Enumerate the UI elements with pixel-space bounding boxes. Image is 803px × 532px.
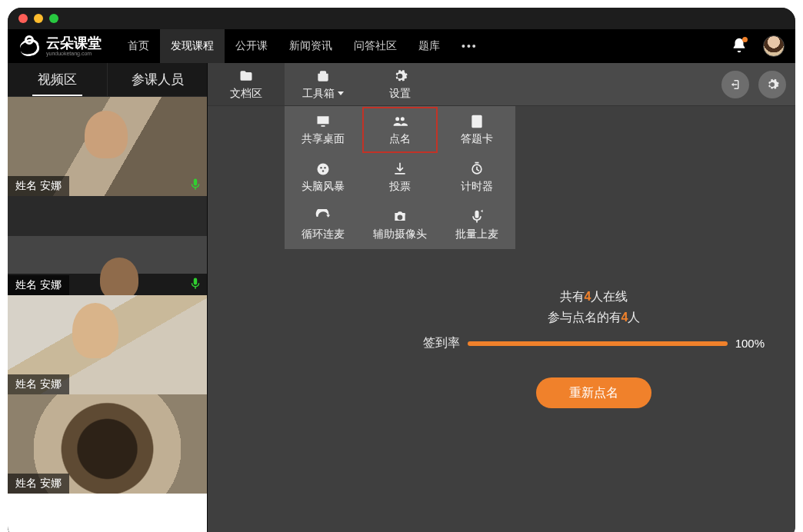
- tab-documents[interactable]: 文档区: [208, 63, 285, 105]
- video-name-label: 姓名 安娜: [8, 474, 69, 494]
- brand-logo-mark: [18, 36, 42, 56]
- video-cell[interactable]: 姓名 安娜: [8, 295, 207, 394]
- nav-item-public[interactable]: 公开课: [225, 29, 278, 63]
- nav-item-bank[interactable]: 题库: [408, 29, 451, 63]
- batch-mic-icon: [468, 209, 485, 224]
- top-nav: 云朵课堂 yunduoketang.com 首页 发现课程 公开课 新闻资讯 问…: [8, 29, 795, 63]
- tab-settings[interactable]: 设置: [362, 63, 438, 105]
- video-name-label: 姓名 安娜: [8, 374, 69, 394]
- window-maximize-button[interactable]: [49, 14, 58, 23]
- brand-sub: yunduoketang.com: [46, 51, 102, 56]
- mic-icon: [188, 178, 202, 191]
- video-name-label: 姓名 安娜: [8, 275, 69, 295]
- window-titlebar: [8, 8, 795, 29]
- signin-rate-bar: [468, 341, 728, 346]
- nav-item-discover[interactable]: 发现课程: [160, 29, 225, 63]
- main-tabs: 文档区 工具箱 设置: [208, 63, 795, 106]
- brand-logo[interactable]: 云朵课堂 yunduoketang.com: [18, 36, 102, 56]
- video-cell[interactable]: 姓名 安娜: [8, 97, 207, 196]
- video-cell[interactable]: 姓名 安娜: [8, 394, 207, 494]
- toolbox-dropdown: 共享桌面 点名 答题卡 头脑风暴 投票: [285, 106, 515, 249]
- tool-aux-camera[interactable]: 辅助摄像头: [362, 201, 438, 249]
- toolbox-icon: [315, 68, 332, 84]
- sidebar-tabs: 视频区 参课人员: [8, 63, 207, 97]
- signin-rate-row: 签到率 100%: [423, 335, 765, 351]
- tab-toolbox-label: 工具箱: [302, 87, 335, 101]
- brainstorm-icon: [315, 161, 332, 177]
- svg-point-3: [322, 170, 325, 172]
- gear-icon: [765, 78, 779, 91]
- brand-name: 云朵课堂: [46, 36, 102, 50]
- notifications-button[interactable]: [731, 37, 749, 55]
- tool-vote[interactable]: 投票: [362, 154, 438, 201]
- exit-button[interactable]: [721, 71, 749, 98]
- tab-toolbox[interactable]: 工具箱: [285, 63, 362, 105]
- rollcall-line: 参与点名的有4人: [423, 310, 765, 326]
- share-desktop-icon: [315, 114, 332, 129]
- redo-rollcall-button[interactable]: 重新点名: [536, 377, 651, 408]
- window-minimize-button[interactable]: [34, 14, 43, 23]
- video-name-label: 姓名 安娜: [8, 176, 69, 196]
- sidebar-tab-video[interactable]: 视频区: [8, 63, 107, 96]
- user-avatar[interactable]: [763, 35, 785, 57]
- video-cell[interactable]: 姓名 安娜: [8, 196, 207, 295]
- notification-dot: [742, 37, 748, 42]
- nav-item-qa[interactable]: 问答社区: [343, 29, 408, 63]
- loop-mic-icon: [315, 209, 332, 224]
- tool-brainstorm[interactable]: 头脑风暴: [285, 154, 362, 201]
- svg-point-0: [318, 164, 329, 175]
- video-cell[interactable]: [8, 494, 207, 532]
- nav-more-button[interactable]: •••: [451, 40, 488, 52]
- tool-batch-mic[interactable]: 批量上麦: [438, 201, 515, 249]
- main-area: 文档区 工具箱 设置: [208, 63, 795, 532]
- aux-camera-icon: [392, 209, 408, 224]
- timer-icon: [468, 161, 485, 177]
- rollcall-icon: [392, 114, 408, 129]
- tab-documents-label: 文档区: [230, 87, 262, 101]
- svg-point-2: [324, 167, 326, 169]
- sidebar-tab-attendees[interactable]: 参课人员: [107, 63, 207, 96]
- sidebar: 视频区 参课人员 姓名 安娜 姓名 安娜 姓名 安娜: [8, 63, 208, 532]
- caret-down-icon: [338, 91, 344, 95]
- signin-rate-label: 签到率: [423, 335, 460, 351]
- exit-icon: [728, 78, 742, 91]
- online-line: 共有4人在线: [423, 289, 765, 305]
- mic-icon: [188, 277, 202, 291]
- gear-icon: [392, 68, 408, 84]
- tool-loop-mic[interactable]: 循环连麦: [285, 201, 362, 249]
- nav-item-news[interactable]: 新闻资讯: [278, 29, 343, 63]
- vote-icon: [392, 161, 408, 177]
- tool-answer-card[interactable]: 答题卡: [438, 106, 515, 154]
- signin-rate-pct: 100%: [735, 337, 765, 350]
- tab-settings-label: 设置: [389, 87, 411, 101]
- body: 视频区 参课人员 姓名 安娜 姓名 安娜 姓名 安娜: [8, 63, 795, 532]
- svg-point-1: [320, 167, 322, 169]
- tool-rollcall[interactable]: 点名: [362, 106, 438, 154]
- app-window: 云朵课堂 yunduoketang.com 首页 发现课程 公开课 新闻资讯 问…: [8, 8, 795, 532]
- video-list: 姓名 安娜 姓名 安娜 姓名 安娜 姓名 安娜: [8, 97, 207, 532]
- window-close-button[interactable]: [18, 14, 28, 23]
- nav-item-home[interactable]: 首页: [117, 29, 160, 63]
- answer-card-icon: [468, 114, 485, 129]
- rollcall-stats: 共有4人在线 参与点名的有4人 签到率 100% 重新点名: [423, 289, 765, 408]
- tool-share-desktop[interactable]: 共享桌面: [285, 106, 362, 154]
- tool-timer[interactable]: 计时器: [438, 154, 515, 201]
- folder-icon: [238, 68, 255, 84]
- settings-button[interactable]: [758, 71, 786, 98]
